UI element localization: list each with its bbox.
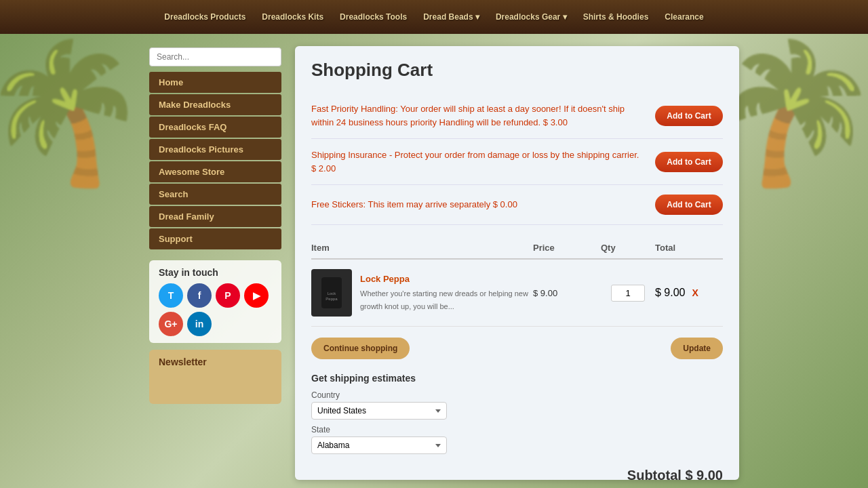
col-item: Item <box>311 243 533 253</box>
item-total: $ 9.00 X <box>655 287 723 299</box>
nav-item[interactable]: Dreadlocks Gear ▾ <box>496 12 567 22</box>
search-input[interactable] <box>149 47 281 66</box>
youtube-icon[interactable]: ▶ <box>244 283 269 308</box>
page-title: Shopping Cart <box>311 60 723 81</box>
upsell-row: Fast Priority Handling: Your order will … <box>311 93 723 139</box>
cart-item-details: Lock Peppa Whether you're starting new d… <box>360 274 533 312</box>
item-qty <box>601 285 655 302</box>
sidebar-nav: HomeMake DreadlocksDreadlocks FAQDreadlo… <box>149 72 281 249</box>
shipping-title: Get shipping estimates <box>311 373 723 384</box>
header-nav: Dreadlocks ProductsDreadlocks KitsDreadl… <box>164 12 703 22</box>
sidebar-item-awesome-store[interactable]: Awesome Store <box>149 161 281 182</box>
country-label: Country <box>311 390 723 400</box>
country-field: Country United States Canada United King… <box>311 390 723 420</box>
continue-shopping-button[interactable]: Continue shopping <box>311 338 410 359</box>
upsell-text: Fast Priority Handling: Your order will … <box>311 102 655 129</box>
upsells-container: Fast Priority Handling: Your order will … <box>311 93 723 225</box>
linkedin-icon[interactable]: in <box>187 312 212 336</box>
country-select[interactable]: United States Canada United Kingdom Aust… <box>311 402 447 420</box>
nav-item[interactable]: Dreadlocks Products <box>164 12 245 22</box>
add-to-cart-button-1[interactable]: Add to Cart <box>655 152 723 172</box>
item-price: $ 9.00 <box>533 288 601 298</box>
social-title: Stay in touch <box>159 267 272 278</box>
newsletter-section: Newsletter <box>149 350 281 404</box>
total-amount: $ 9.00 <box>655 287 685 299</box>
sidebar: HomeMake DreadlocksDreadlocks FAQDreadlo… <box>149 47 281 404</box>
upsell-row: Shipping Insurance - Protect your order … <box>311 139 723 185</box>
nav-item[interactable]: Dreadlocks Tools <box>340 12 407 22</box>
table-row: Lock Peppa Lock Peppa Whether you're sta… <box>311 260 723 327</box>
state-field: State Alabama Alaska Arizona California … <box>311 425 723 454</box>
shipping-section: Get shipping estimates Country United St… <box>311 373 723 454</box>
newsletter-title: Newsletter <box>159 357 272 367</box>
cart-actions: Continue shopping Update <box>311 338 723 359</box>
remove-item-button[interactable]: X <box>692 287 698 298</box>
quantity-input[interactable] <box>611 285 645 302</box>
sidebar-item-dreadlocks-pictures[interactable]: Dreadlocks Pictures <box>149 139 281 160</box>
upsell-row: Free Stickers: This item may arrive sepa… <box>311 185 723 225</box>
upsell-text: Shipping Insurance - Protect your order … <box>311 148 655 175</box>
state-select[interactable]: Alabama Alaska Arizona California Colora… <box>311 436 447 454</box>
product-name: Lock Peppa <box>360 274 533 284</box>
col-price: Price <box>533 243 601 253</box>
cart-table: Item Price Qty Total Lock Peppa Lock Pep… <box>311 237 723 327</box>
sidebar-item-support[interactable]: Support <box>149 228 281 249</box>
main-content: Shopping Cart Fast Priority Handling: Yo… <box>295 46 739 480</box>
twitter-icon[interactable]: T <box>159 283 183 308</box>
sidebar-item-dread-family[interactable]: Dread Family <box>149 206 281 227</box>
cart-header: Item Price Qty Total <box>311 237 723 260</box>
subtotal-label: Subtotal <box>627 468 682 480</box>
product-desc: Whether you're starting new dreads or he… <box>360 289 528 310</box>
google-icon[interactable]: G+ <box>159 312 183 336</box>
cart-item-info: Lock Peppa Lock Peppa Whether you're sta… <box>311 269 533 317</box>
product-image: Lock Peppa <box>311 269 352 317</box>
subtotal-value: $ 9.00 <box>685 468 723 480</box>
col-total: Total <box>655 243 723 253</box>
sidebar-item-dreadlocks-faq[interactable]: Dreadlocks FAQ <box>149 117 281 138</box>
subtotal: Subtotal $ 9.00 <box>311 468 723 480</box>
social-section: Stay in touch T f P ▶ G+ in <box>149 260 281 343</box>
sidebar-item-search[interactable]: Search <box>149 184 281 205</box>
nav-item[interactable]: Clearance <box>665 12 703 22</box>
social-icons: T f P ▶ G+ in <box>159 283 272 336</box>
checkout-area: Subtotal $ 9.00 Go to Checkout <box>311 468 723 480</box>
facebook-icon[interactable]: f <box>187 283 212 308</box>
add-to-cart-button-2[interactable]: Add to Cart <box>655 195 723 215</box>
sidebar-item-make-dreadlocks[interactable]: Make Dreadlocks <box>149 94 281 115</box>
col-qty: Qty <box>601 243 655 253</box>
update-cart-button[interactable]: Update <box>671 338 723 359</box>
pinterest-icon[interactable]: P <box>216 283 240 308</box>
state-label: State <box>311 425 723 434</box>
nav-item[interactable]: Dread Beads ▾ <box>423 12 479 22</box>
site-header: Dreadlocks ProductsDreadlocks KitsDreadl… <box>0 0 868 34</box>
sidebar-item-home[interactable]: Home <box>149 72 281 93</box>
nav-item[interactable]: Dreadlocks Kits <box>262 12 323 22</box>
svg-text:Lock: Lock <box>328 291 337 296</box>
add-to-cart-button-0[interactable]: Add to Cart <box>655 106 723 126</box>
upsell-text: Free Stickers: This item may arrive sepa… <box>311 198 655 211</box>
svg-text:Peppa: Peppa <box>326 297 338 301</box>
nav-item[interactable]: Shirts & Hoodies <box>583 12 649 22</box>
